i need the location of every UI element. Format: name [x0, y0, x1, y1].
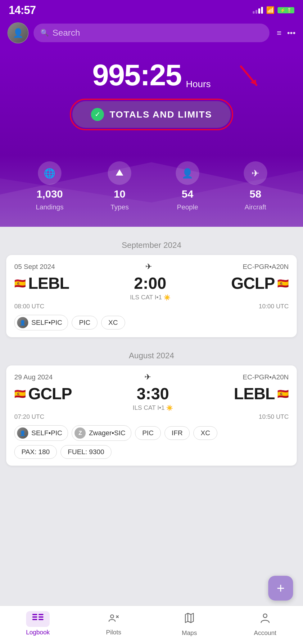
flight-2-tag-pic[interactable]: PIC	[135, 426, 161, 440]
flight-1-self-label: SELF•PIC	[31, 319, 62, 327]
flight-2-to-time: 10:50 UTC	[259, 413, 289, 420]
stat-people[interactable]: 👤 54 People	[176, 161, 199, 211]
stat-types[interactable]: 10 Types	[108, 161, 131, 211]
flight-2-tag-ifr[interactable]: IFR	[165, 426, 190, 440]
logbook-icon	[32, 614, 43, 625]
flight-2-zwager-label: Zwager•SIC	[89, 429, 125, 437]
flight-1-tag-self[interactable]: 👤 SELF•PIC	[14, 315, 68, 330]
status-icons: 📶 ⚡ 🔋	[253, 6, 294, 14]
flight-2-aircraft: EC-PGR•A20N	[243, 373, 289, 381]
flight-2-to-code: LEBL	[234, 384, 275, 403]
arrow-annotation	[238, 63, 266, 92]
landings-label: Landings	[36, 203, 63, 211]
avatar[interactable]: 👤	[7, 22, 29, 43]
nav-item-maps[interactable]: Maps	[152, 610, 227, 637]
nav-item-account[interactable]: Account	[227, 610, 303, 637]
flight-2-tag-xc[interactable]: XC	[193, 426, 217, 440]
svg-rect-8	[38, 619, 43, 620]
nav-item-logbook[interactable]: Logbook	[0, 611, 76, 636]
people-icon: 👤	[176, 161, 199, 185]
flight-2-from-time: 07:20 UTC	[14, 413, 44, 420]
flight-2-self-label: SELF•PIC	[31, 429, 62, 437]
search-input[interactable]: Search	[52, 28, 80, 38]
status-time: 14:57	[9, 4, 36, 17]
logbook-content: September 2024 05 Sept 2024 ✈ EC-PGR•A20…	[0, 227, 303, 509]
flight-1-approach: ILS CAT I•1 ☀️	[130, 294, 170, 301]
stat-aircraft[interactable]: ✈ 58 Aircraft	[244, 161, 267, 211]
flight-card-1-header: 05 Sept 2024 ✈ EC-PGR•A20N	[14, 262, 289, 271]
hours-number: 995:25	[92, 58, 181, 92]
flight-card-2-header: 29 Aug 2024 ✈ EC-PGR•A20N	[14, 372, 289, 382]
flight-2-tag-self[interactable]: 👤 SELF•PIC	[14, 425, 68, 441]
flight-2-from: 🇪🇸 GCLP	[14, 384, 72, 403]
month-header-august: August 2024	[6, 343, 297, 365]
totals-button-label: TOTALS AND LIMITS	[110, 109, 212, 120]
types-number: 10	[114, 188, 125, 200]
check-icon: ✓	[91, 108, 104, 121]
more-icon[interactable]: •••	[287, 28, 296, 38]
flight-2-tags: 👤 SELF•PIC Z Zwager•SIC PIC IFR XC	[14, 425, 289, 441]
flight-card-2[interactable]: 29 Aug 2024 ✈ EC-PGR•A20N 🇪🇸 GCLP 3:30 I…	[6, 365, 297, 466]
stat-landings[interactable]: 🌐 1,030 Landings	[36, 161, 63, 211]
types-icon	[108, 161, 131, 185]
account-nav-label: Account	[254, 629, 276, 637]
flight-1-to-code: GCLP	[231, 274, 275, 293]
stats-row: 🌐 1,030 Landings 10 Types 👤 54 People ✈ …	[7, 152, 296, 227]
header: 👤 🔍 Search ≡ •••	[0, 19, 303, 48]
nav-logbook-bg	[26, 611, 50, 627]
battery-icon: ⚡ 🔋	[278, 7, 294, 13]
flight-1-tag-pic[interactable]: PIC	[72, 316, 97, 329]
flight-card-1[interactable]: 05 Sept 2024 ✈ EC-PGR•A20N 🇪🇸 LEBL 2:00 …	[6, 255, 297, 337]
search-bar[interactable]: 🔍 Search	[34, 24, 269, 42]
flight-1-to: GCLP 🇪🇸	[231, 274, 289, 293]
flight-1-from-code: LEBL	[28, 274, 69, 293]
nav-item-pilots[interactable]: Pilots	[76, 611, 152, 636]
status-bar: 14:57 📶 ⚡ 🔋	[0, 0, 303, 19]
flight-1-tags: 👤 SELF•PIC PIC XC	[14, 315, 289, 330]
svg-point-9	[111, 615, 114, 618]
flight-1-date: 05 Sept 2024	[14, 263, 55, 271]
svg-rect-6	[38, 614, 43, 615]
maps-nav-label: Maps	[182, 629, 197, 637]
flight-1-aircraft: EC-PGR•A20N	[243, 263, 289, 271]
aircraft-number: 58	[250, 188, 261, 200]
flight-2-to-flag: 🇪🇸	[277, 388, 289, 399]
hours-label: Hours	[186, 79, 211, 89]
maps-icon	[185, 613, 194, 626]
flight-2-tag-fuel[interactable]: FUEL: 9300	[61, 445, 111, 459]
nav-pilots-wrap	[102, 611, 125, 627]
totals-button-outer-ring: ✓ TOTALS AND LIMITS	[70, 99, 233, 130]
flight-1-times: 08:00 UTC 10:00 UTC	[14, 303, 289, 310]
flight-1-from-flag: 🇪🇸	[14, 278, 26, 289]
svg-marker-2	[116, 169, 123, 176]
types-label: Types	[111, 203, 129, 211]
account-icon	[260, 613, 270, 626]
flight-1-from: 🇪🇸 LEBL	[14, 274, 69, 293]
pilots-nav-label: Pilots	[106, 629, 121, 636]
flight-2-times: 07:20 UTC 10:50 UTC	[14, 413, 289, 420]
flight-1-tag-xc[interactable]: XC	[101, 316, 125, 329]
aircraft-icon: ✈	[244, 161, 267, 185]
flight-2-duration: 3:30	[137, 384, 169, 403]
add-flight-fab[interactable]: +	[268, 576, 293, 601]
flight-2-approach: ILS CAT I•1 ☀️	[133, 404, 173, 411]
flight-1-to-time: 10:00 UTC	[259, 303, 289, 310]
totals-and-limits-button[interactable]: ✓ TOTALS AND LIMITS	[72, 101, 231, 128]
svg-rect-3	[32, 614, 37, 615]
flight-1-to-flag: 🇪🇸	[277, 278, 289, 289]
flight-2-tag-pax[interactable]: PAX: 180	[14, 445, 57, 459]
pilots-icon	[108, 613, 119, 625]
avatar-image: 👤	[8, 23, 28, 43]
totals-button-wrapper: ✓ TOTALS AND LIMITS	[7, 99, 296, 130]
flight-2-zwager-avatar: Z	[75, 427, 86, 439]
bottom-nav: Logbook Pilots Maps	[0, 606, 303, 644]
filter-icon[interactable]: ≡	[277, 28, 282, 38]
flight-1-self-avatar: 👤	[17, 317, 28, 328]
flight-2-tag-zwager[interactable]: Z Zwager•SIC	[72, 425, 131, 441]
svg-rect-4	[32, 616, 37, 618]
flight-1-from-time: 08:00 UTC	[14, 303, 44, 310]
flight-1-main: 🇪🇸 LEBL 2:00 ILS CAT I•1 ☀️ GCLP 🇪🇸	[14, 274, 289, 301]
flight-2-self-avatar: 👤	[17, 427, 28, 439]
flight-2-from-flag: 🇪🇸	[14, 388, 26, 399]
flight-2-plane-icon: ✈	[144, 372, 151, 382]
